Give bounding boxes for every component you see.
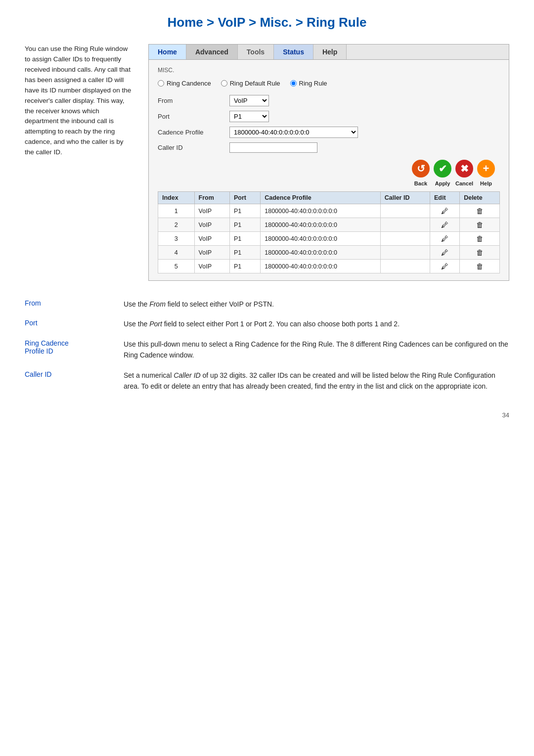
delete-icon[interactable]: 🗑 [476, 221, 484, 229]
radio-row: Ring Candence Ring Default Rule Ring Rul… [158, 80, 500, 87]
cell-from: VoIP [194, 218, 229, 232]
cell-index: 2 [158, 218, 195, 232]
from-select[interactable]: VoIP PSTN [229, 95, 269, 106]
apply-button[interactable]: ✔ [434, 160, 451, 178]
main-layout: You can use the Ring Rule window to assi… [25, 44, 509, 281]
nav-help[interactable]: Help [313, 44, 347, 59]
cell-from: VoIP [194, 246, 229, 260]
cell-edit[interactable]: 🖉 [430, 218, 460, 232]
nav-home[interactable]: Home [149, 44, 186, 59]
cell-caller-id [380, 204, 430, 218]
cell-caller-id [380, 260, 430, 273]
cell-index: 3 [158, 232, 195, 246]
cell-cadence-profile: 1800000-40:40:0:0:0:0:0:0 [261, 204, 380, 218]
cell-edit[interactable]: 🖉 [430, 260, 460, 273]
cell-caller-id [380, 232, 430, 246]
table-row: 3 VoIP P1 1800000-40:40:0:0:0:0:0:0 🖉 🗑 [158, 232, 500, 246]
desc-definition: Use this pull-down menu to select a Ring… [124, 339, 509, 361]
cell-cadence-profile: 1800000-40:40:0:0:0:0:0:0 [261, 260, 380, 273]
cell-from: VoIP [194, 232, 229, 246]
edit-icon[interactable]: 🖉 [441, 234, 448, 243]
desc-row: Ring Cadence Profile IDUse this pull-dow… [25, 339, 509, 361]
help-button[interactable]: + [477, 160, 495, 178]
col-port: Port [230, 192, 261, 204]
caller-id-label: Caller ID [158, 144, 229, 151]
ui-panel: Home Advanced Tools Status Help MISC. Ri… [148, 44, 509, 281]
desc-term: Ring Cadence Profile ID [25, 339, 124, 361]
cell-delete[interactable]: 🗑 [460, 246, 500, 260]
cell-port: P1 [230, 260, 261, 273]
cell-cadence-profile: 1800000-40:40:0:0:0:0:0:0 [261, 232, 380, 246]
misc-label: MISC. [158, 67, 500, 74]
cadence-profile-select[interactable]: 1800000-40:40:0:0:0:0:0:0 [229, 127, 358, 138]
col-from: From [194, 192, 229, 204]
page-title: Home > VoIP > Misc. > Ring Rule [25, 15, 509, 30]
cell-port: P1 [230, 246, 261, 260]
desc-definition: Use the Port field to select either Port… [124, 318, 509, 329]
edit-icon[interactable]: 🖉 [441, 248, 448, 257]
cell-caller-id [380, 246, 430, 260]
delete-icon[interactable]: 🗑 [476, 248, 484, 257]
table-row: 4 VoIP P1 1800000-40:40:0:0:0:0:0:0 🖉 🗑 [158, 246, 500, 260]
cell-delete[interactable]: 🗑 [460, 232, 500, 246]
cell-edit[interactable]: 🖉 [430, 246, 460, 260]
radio-ring-default[interactable]: Ring Default Rule [221, 80, 280, 87]
delete-icon[interactable]: 🗑 [476, 234, 484, 243]
edit-icon[interactable]: 🖉 [441, 262, 448, 270]
desc-term: Caller ID [25, 370, 124, 392]
desc-section: FromUse the From field to select either … [25, 299, 509, 392]
cell-delete[interactable]: 🗑 [460, 218, 500, 232]
cell-port: P1 [230, 218, 261, 232]
back-button[interactable]: ↺ [412, 160, 430, 178]
port-label: Port [158, 113, 229, 120]
radio-ring-rule[interactable]: Ring Rule [290, 80, 327, 87]
left-description: You can use the Ring Rule window to assi… [25, 44, 134, 281]
cell-index: 4 [158, 246, 195, 260]
cadence-profile-row: Cadence Profile 1800000-40:40:0:0:0:0:0:… [158, 127, 500, 138]
caller-id-row: Caller ID [158, 142, 500, 153]
cell-cadence-profile: 1800000-40:40:0:0:0:0:0:0 [261, 246, 380, 260]
radio-ring-cadence[interactable]: Ring Candence [158, 80, 211, 87]
nav-tools[interactable]: Tools [238, 44, 274, 59]
table-row: 1 VoIP P1 1800000-40:40:0:0:0:0:0:0 🖉 🗑 [158, 204, 500, 218]
col-cadence-profile: Cadence Profile [261, 192, 380, 204]
delete-icon[interactable]: 🗑 [476, 207, 484, 215]
form-section: From VoIP PSTN Port P1 P2 Cadence Profil… [158, 95, 500, 153]
port-select[interactable]: P1 P2 [229, 111, 269, 122]
caller-id-input[interactable] [229, 142, 317, 153]
port-row: Port P1 P2 [158, 111, 500, 122]
desc-term: From [25, 299, 124, 310]
panel-body: MISC. Ring Candence Ring Default Rule Ri… [149, 60, 509, 280]
table-row: 5 VoIP P1 1800000-40:40:0:0:0:0:0:0 🖉 🗑 [158, 260, 500, 273]
nav-bar: Home Advanced Tools Status Help [149, 44, 509, 60]
cadence-profile-label: Cadence Profile [158, 129, 229, 136]
cell-port: P1 [230, 204, 261, 218]
cell-edit[interactable]: 🖉 [430, 232, 460, 246]
desc-row: Caller IDSet a numerical Caller ID of up… [25, 370, 509, 392]
desc-term: Port [25, 318, 124, 329]
cell-edit[interactable]: 🖉 [430, 204, 460, 218]
ring-rule-table: Index From Port Cadence Profile Caller I… [158, 191, 500, 273]
cancel-button[interactable]: ✖ [455, 160, 473, 178]
cell-index: 5 [158, 260, 195, 273]
cell-delete[interactable]: 🗑 [460, 260, 500, 273]
edit-icon[interactable]: 🖉 [441, 207, 448, 215]
help-label: Help [477, 180, 495, 186]
action-buttons-row: ↺ ✔ ✖ + [158, 160, 500, 178]
cell-caller-id [380, 218, 430, 232]
desc-definition: Set a numerical Caller ID of up 32 digit… [124, 370, 509, 392]
desc-definition: Use the From field to select either VoIP… [124, 299, 509, 310]
nav-status[interactable]: Status [274, 44, 313, 59]
col-edit: Edit [430, 192, 460, 204]
col-delete: Delete [460, 192, 500, 204]
delete-icon[interactable]: 🗑 [476, 262, 484, 270]
cell-delete[interactable]: 🗑 [460, 204, 500, 218]
cell-from: VoIP [194, 260, 229, 273]
nav-advanced[interactable]: Advanced [186, 44, 238, 59]
cell-index: 1 [158, 204, 195, 218]
desc-row: FromUse the From field to select either … [25, 299, 509, 310]
edit-icon[interactable]: 🖉 [441, 221, 448, 229]
from-row: From VoIP PSTN [158, 95, 500, 106]
cell-cadence-profile: 1800000-40:40:0:0:0:0:0:0 [261, 218, 380, 232]
cell-port: P1 [230, 232, 261, 246]
